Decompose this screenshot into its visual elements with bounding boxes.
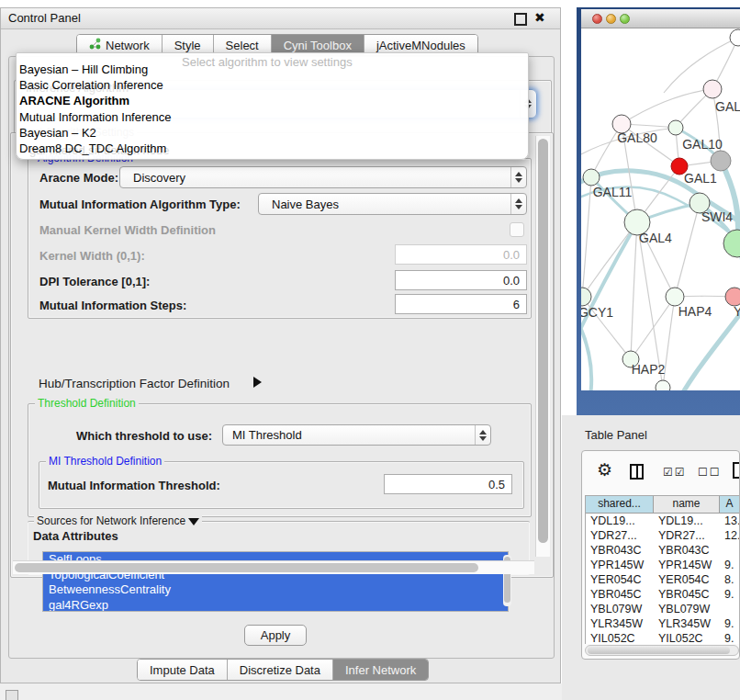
checked-pair-icon[interactable]: ☑☑ <box>663 466 687 479</box>
tab-label: Discretize Data <box>240 663 320 677</box>
close-icon[interactable]: ✖ <box>534 10 545 25</box>
tab-infer-network[interactable]: Infer Network <box>333 660 428 680</box>
data-attributes-label: Data Attributes <box>33 529 118 543</box>
table-cell: YBR043C <box>654 543 720 558</box>
algorithm-option-bayesian-k2[interactable]: Bayesian – K2 <box>18 125 514 141</box>
column-header-name[interactable]: name <box>654 496 720 513</box>
network-canvas[interactable]: GALGAL80GAL10GAL1GAL11SWI4GAL4GCY1HAP4YH… <box>581 28 740 390</box>
mi-steps-field[interactable]: 6 <box>395 294 527 314</box>
table-row[interactable]: YBR045CYBR045C9. <box>586 587 740 602</box>
window-grip[interactable] <box>6 690 18 700</box>
network-window-titlebar[interactable] <box>581 9 740 28</box>
table-cell: YDR27... <box>654 528 720 543</box>
network-node-3[interactable] <box>668 120 683 135</box>
network-node-9[interactable] <box>723 230 740 257</box>
combobox-stepper-icon <box>475 425 490 445</box>
kernel-width-field[interactable]: 0.0 <box>395 244 527 265</box>
which-threshold-label: Which threshold to use: <box>76 429 212 443</box>
mi-threshold-definition-group: MI Threshold Definition Mutual Informati… <box>39 461 524 509</box>
table-row[interactable]: YDL19...YDL19...13... <box>586 514 740 528</box>
tab-label: Select <box>226 39 259 52</box>
expand-arrow-icon[interactable] <box>253 377 262 388</box>
network-node-11[interactable] <box>666 288 684 306</box>
algorithm-option-aracne-algorithm[interactable]: ARACNE Algorithm <box>18 93 514 108</box>
table-row[interactable]: YLR345WYLR345W9. <box>586 616 740 631</box>
tab-label: Infer Network <box>345 663 416 677</box>
mi-threshold-field[interactable]: 0.5 <box>384 474 512 494</box>
manual-kernel-checkbox[interactable] <box>510 222 524 237</box>
table-cell: YDL19... <box>586 514 654 528</box>
gear-icon[interactable]: ⚙ <box>597 461 612 479</box>
table-cell: 9. <box>720 587 740 602</box>
mi-type-value: Naive Bayes <box>259 198 510 211</box>
close-traffic-light-icon[interactable] <box>592 14 602 24</box>
aracne-mode-combobox[interactable]: Discovery <box>119 166 527 188</box>
table-row[interactable]: YBL079WYBL079W <box>586 602 740 616</box>
algorithm-definition-group: Algorithm Definition Aracne Mode: Discov… <box>28 158 532 319</box>
cyni-algorithm-settings-group: Cyni Algorithm Settings Algorithm Defini… <box>10 132 554 578</box>
column-header-a[interactable]: A <box>720 496 740 513</box>
table-cell: YIL052C <box>654 631 720 644</box>
table-panel-toolbar: ⚙ ☑☑ ☐☐ <box>582 451 739 491</box>
table-cell <box>720 543 740 558</box>
table-cell: 8. <box>720 572 740 587</box>
table-row[interactable]: YPR145WYPR145W9. <box>586 558 740 572</box>
algorithm-option-mutual-information-inference[interactable]: Mutual Information Inference <box>18 109 514 125</box>
node-label-gal80: GAL80 <box>617 130 657 145</box>
network-node-6[interactable] <box>583 169 600 186</box>
node-label-swi4: SWI4 <box>701 209 733 224</box>
table-cell: YPR145W <box>586 558 654 572</box>
control-panel-titlebar <box>1 8 560 29</box>
settings-horizontal-scrollbar[interactable] <box>13 560 534 574</box>
tab-impute-data[interactable]: Impute Data <box>138 660 228 680</box>
unchecked-pair-icon[interactable]: ☐☐ <box>698 466 722 479</box>
table-row[interactable]: YDR27...YDR27...12... <box>586 528 740 543</box>
table-panel: ⚙ ☑☑ ☐☐ shared...nameA YDL19...YDL19...1… <box>581 450 740 660</box>
tab-discretize-data[interactable]: Discretize Data <box>228 660 333 680</box>
which-threshold-combobox[interactable]: MI Threshold <box>222 424 491 446</box>
network-node-14[interactable] <box>656 380 670 390</box>
table-cell: YLR345W <box>586 616 654 631</box>
network-node-5[interactable] <box>711 151 731 171</box>
algorithm-option-basic-correlation-inference[interactable]: Basic Correlation Inference <box>18 77 514 93</box>
node-label-gcy1: GCY1 <box>581 305 613 320</box>
combobox-stepper-icon <box>510 194 526 214</box>
table-cell: 9. <box>720 616 740 631</box>
minimize-traffic-light-icon[interactable] <box>606 14 616 24</box>
dpi-tolerance-field[interactable]: 0.0 <box>395 270 527 290</box>
document-icon[interactable] <box>733 462 740 479</box>
table-row[interactable]: YBR043CYBR043C <box>586 543 740 558</box>
network-node-1[interactable] <box>703 80 722 98</box>
table-row[interactable]: YER054CYER054C8. <box>586 572 740 587</box>
table-cell: YBR045C <box>586 587 654 602</box>
algorithm-option-list: Bayesian – Hill ClimbingBasic Correlatio… <box>18 62 514 156</box>
table-cell: YLR345W <box>654 616 720 631</box>
columns-icon[interactable] <box>630 464 644 480</box>
float-window-icon[interactable] <box>514 13 527 26</box>
attribute-item-betweennesscentrality[interactable]: BetweennessCentrality <box>43 582 508 598</box>
node-table[interactable]: shared...nameA YDL19...YDL19...13...YDR2… <box>585 495 740 644</box>
algorithm-option-dream8-dc-tdc-algorithm[interactable]: Dream8 DC_TDC Algorithm <box>18 141 514 156</box>
threshold-definition-group: Threshold Definition Which threshold to … <box>28 403 532 517</box>
table-cell: YER054C <box>654 572 720 587</box>
network-node-0[interactable] <box>730 29 740 46</box>
collapse-arrow-icon[interactable] <box>188 518 199 525</box>
table-cell: YBL079W <box>654 602 720 616</box>
tab-label: Style <box>174 39 201 52</box>
attribute-item-gal4rgexp[interactable]: gal4RGexp <box>43 598 508 613</box>
aracne-mode-label: Aracne Mode: <box>39 171 118 185</box>
table-row[interactable]: YIL052CYIL052C9. <box>586 631 740 644</box>
network-node-10[interactable] <box>581 288 591 306</box>
settings-vertical-scrollbar[interactable] <box>535 136 550 557</box>
zoom-traffic-light-icon[interactable] <box>620 14 630 24</box>
mi-type-combobox[interactable]: Naive Bayes <box>258 193 527 215</box>
mi-steps-label: Mutual Information Steps: <box>39 299 186 312</box>
apply-button[interactable]: Apply <box>244 625 307 646</box>
column-header-shared[interactable]: shared... <box>586 496 654 513</box>
algorithm-option-bayesian-hill-climbing[interactable]: Bayesian – Hill Climbing <box>18 62 514 77</box>
table-horizontal-scrollbar[interactable] <box>585 645 739 656</box>
table-cell: YPR145W <box>654 558 720 572</box>
network-node-12[interactable] <box>725 288 740 306</box>
control-panel-title: Control Panel <box>8 11 81 25</box>
node-label-y: Y <box>734 304 740 319</box>
